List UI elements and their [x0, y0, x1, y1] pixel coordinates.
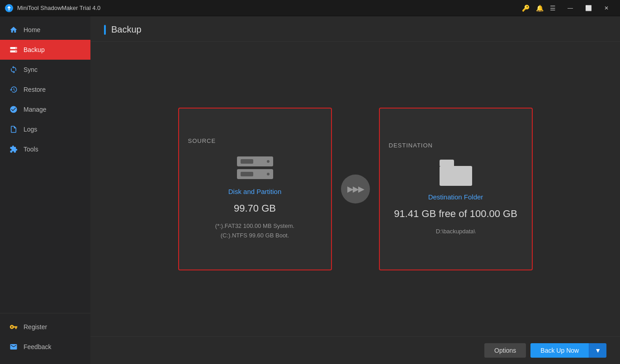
- restore-icon: [9, 85, 18, 94]
- destination-card[interactable]: DESTINATION Destination Folder 91.41 GB …: [379, 108, 533, 270]
- folder-tab: [440, 160, 454, 166]
- sidebar-label-sync: Sync: [24, 66, 38, 73]
- sidebar-item-sync[interactable]: Sync: [0, 60, 90, 80]
- menu-icon[interactable]: ☰: [550, 5, 556, 12]
- sidebar-item-register[interactable]: Register: [0, 317, 90, 337]
- home-icon: [9, 25, 18, 34]
- svg-point-4: [15, 51, 16, 52]
- backup-now-button[interactable]: Back Up Now: [530, 343, 589, 358]
- destination-name: Destination Folder: [428, 193, 483, 201]
- sync-icon: [9, 65, 18, 74]
- source-desc-line2: (C:).NTFS 99.60 GB Boot.: [221, 232, 289, 239]
- restore-button[interactable]: ⬜: [579, 0, 597, 16]
- destination-path: D:\backupdata\: [436, 227, 475, 236]
- sidebar-label-manage: Manage: [24, 106, 47, 113]
- sidebar-item-logs[interactable]: Logs: [0, 119, 90, 139]
- disk-slot-top: [237, 156, 273, 166]
- manage-icon: [9, 105, 18, 114]
- action-bar: Options Back Up Now ▼: [90, 336, 620, 364]
- sidebar-label-tools: Tools: [24, 146, 38, 153]
- backup-now-dropdown-button[interactable]: ▼: [589, 343, 606, 358]
- folder-icon: [440, 160, 472, 186]
- app-logo: [5, 4, 14, 13]
- key-icon[interactable]: 🔑: [522, 5, 530, 12]
- disk-slot-bottom: [237, 169, 273, 179]
- destination-label: DESTINATION: [389, 142, 433, 149]
- header-accent: [104, 25, 106, 35]
- sidebar-label-backup: Backup: [24, 46, 45, 53]
- disk-slot-dot-top: [267, 160, 270, 163]
- source-label: SOURCE: [188, 137, 216, 144]
- options-button[interactable]: Options: [484, 343, 526, 358]
- sidebar-item-home[interactable]: Home: [0, 20, 90, 40]
- register-icon: [9, 322, 18, 331]
- source-size: 99.70 GB: [234, 203, 276, 214]
- backup-now-group: Back Up Now ▼: [530, 343, 606, 358]
- sidebar-item-feedback[interactable]: Feedback: [0, 337, 90, 357]
- disk-slot-inner-bottom: [241, 172, 253, 176]
- sidebar-item-tools[interactable]: Tools: [0, 139, 90, 159]
- page-title: Backup: [111, 24, 142, 35]
- source-name: Disk and Partition: [228, 188, 282, 195]
- backup-cards-row: SOURCE Disk and Partition 99.70 G: [90, 42, 620, 336]
- sidebar-bottom: Register Feedback: [0, 313, 90, 364]
- arrow-chevrons: ▶▶▶: [347, 184, 364, 194]
- main-content: Backup SOURCE: [90, 16, 620, 364]
- svg-point-3: [15, 47, 16, 48]
- backup-icon: [9, 45, 18, 54]
- close-button[interactable]: ✕: [597, 0, 615, 16]
- source-card[interactable]: SOURCE Disk and Partition 99.70 G: [178, 108, 332, 270]
- sidebar-item-restore[interactable]: Restore: [0, 80, 90, 99]
- minimize-button[interactable]: —: [561, 0, 579, 16]
- sidebar-label-logs: Logs: [24, 126, 37, 133]
- page-header: Backup: [90, 16, 620, 42]
- window-controls: — ⬜ ✕: [561, 0, 615, 16]
- titlebar-extra-icons: 🔑 🔔 ☰: [522, 5, 556, 12]
- disk-slot-inner-top: [241, 159, 253, 164]
- app-body: Home Backup Sync: [0, 16, 620, 364]
- backup-area: SOURCE Disk and Partition 99.70 G: [90, 42, 620, 336]
- source-desc: (*:).FAT32 100.00 MB System. (C:).NTFS 9…: [215, 222, 294, 241]
- sidebar-label-register: Register: [24, 323, 47, 331]
- disk-slot-dot-bottom: [267, 173, 270, 175]
- sidebar-label-home: Home: [24, 26, 40, 33]
- logs-icon: [9, 125, 18, 134]
- folder-body: [440, 166, 472, 186]
- sidebar-label-feedback: Feedback: [24, 343, 51, 350]
- sidebar-label-restore: Restore: [24, 86, 46, 93]
- sidebar: Home Backup Sync: [0, 16, 90, 364]
- sidebar-item-backup[interactable]: Backup: [0, 40, 90, 60]
- bell-icon[interactable]: 🔔: [536, 5, 544, 12]
- tools-icon: [9, 145, 18, 154]
- app-title: MiniTool ShadowMaker Trial 4.0: [17, 5, 522, 11]
- titlebar: MiniTool ShadowMaker Trial 4.0 🔑 🔔 ☰ — ⬜…: [0, 0, 620, 16]
- sidebar-item-manage[interactable]: Manage: [0, 99, 90, 119]
- destination-free: 91.41 GB free of 100.00 GB: [394, 208, 517, 220]
- arrow-circle: ▶▶▶: [341, 175, 370, 203]
- disk-icon: [237, 155, 273, 180]
- feedback-icon: [9, 342, 18, 351]
- source-desc-line1: (*:).FAT32 100.00 MB System.: [215, 222, 294, 229]
